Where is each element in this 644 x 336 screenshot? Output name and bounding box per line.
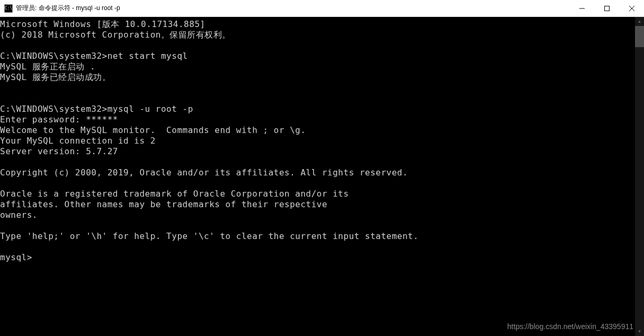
scroll-track[interactable] <box>635 26 644 327</box>
window-title: 管理员: 命令提示符 - mysql -u root -p <box>16 4 120 13</box>
minimize-button[interactable] <box>569 0 594 16</box>
scroll-down-button[interactable]: ▼ <box>635 327 644 336</box>
titlebar-left: C:\ 管理员: 命令提示符 - mysql -u root -p <box>0 4 120 13</box>
svg-rect-1 <box>604 6 609 11</box>
terminal-area[interactable]: Microsoft Windows [版本 10.0.17134.885] (c… <box>0 17 644 336</box>
maximize-button[interactable] <box>594 0 619 16</box>
titlebar-controls <box>569 0 644 16</box>
terminal-output[interactable]: Microsoft Windows [版本 10.0.17134.885] (c… <box>0 17 635 336</box>
scroll-thumb[interactable] <box>635 26 644 47</box>
cmd-icon: C:\ <box>4 4 13 13</box>
watermark: https://blog.csdn.net/weixin_43395911 <box>507 322 633 331</box>
scrollbar[interactable]: ▲ ▼ <box>635 17 644 336</box>
close-button[interactable] <box>619 0 644 16</box>
titlebar: C:\ 管理员: 命令提示符 - mysql -u root -p <box>0 0 644 17</box>
scroll-up-button[interactable]: ▲ <box>635 17 644 26</box>
